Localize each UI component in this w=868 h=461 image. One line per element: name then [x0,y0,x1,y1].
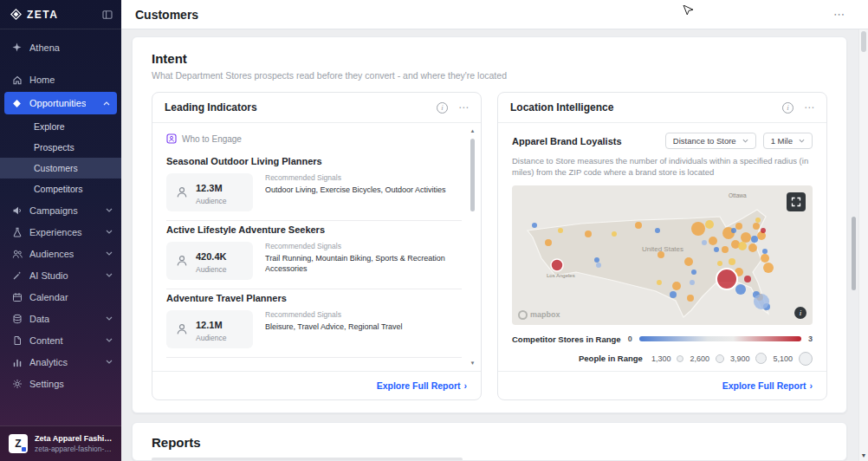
sidebar-item-experiences[interactable]: Experiences [0,221,121,243]
sidebar-item-label: Analytics [29,357,68,367]
workspace-logo: Z [9,434,28,453]
scrollbar-thumb[interactable] [470,139,475,211]
workspace-text: Zeta Apparel Fashion Re... zeta-apparel-… [35,434,113,453]
zeta-diamond-icon [10,9,22,20]
audience-stat: 420.4K Audience [166,242,253,280]
scroll-up-icon[interactable]: ▲ [469,128,476,133]
sidebar-item-opportunities[interactable]: Opportunities [4,92,117,114]
sidebar-item-data[interactable]: Data [0,308,121,329]
radius-dropdown[interactable]: 1 Mile [763,133,813,149]
zeta-logo-text: ZETA [27,9,58,21]
page-scrollbar-thumb[interactable] [861,31,866,52]
intent-section: Intent What Department Stores prospects … [132,36,847,413]
scroll-down-icon[interactable]: ▼ [469,360,476,366]
intent-subtitle: What Department Stores prospects read be… [152,70,827,81]
sidebar-item-settings[interactable]: Settings [0,373,121,394]
megaphone-icon [11,205,23,216]
sidebar-header: ZETA [0,0,121,29]
card-title: Leading Indicators [165,101,437,114]
chevron-down-icon [106,316,113,321]
page-header: Customers ⋯ [121,0,868,29]
us-map: United States Ottawa Los Angeles [512,185,813,325]
sidebar-subitem-label: Explore [34,121,65,132]
legend-gradient-bar [639,336,801,341]
sidebar-subitem-label: Competitors [34,184,83,194]
more-options-icon[interactable]: ⋯ [833,8,845,21]
panel-scrollbar-thumb[interactable] [852,217,856,290]
workspace-switcher[interactable]: Z Zeta Apparel Fashion Re... zeta-appare… [0,425,121,461]
audience-group: Adventure Travel Planners 12.1M Audience [166,289,462,358]
metric-dropdown[interactable]: Distance to Store [665,133,756,149]
sidebar-collapse-icon[interactable] [102,10,113,20]
map-city-label: Ottawa [729,192,747,198]
sidebar-item-content[interactable]: Content [0,329,121,351]
zeta-logo[interactable]: ZETA [10,9,102,21]
signals-text: Outdoor Living, Exercise Bicycles, Outdo… [265,185,446,195]
map-info-button[interactable]: i [794,307,806,319]
card-menu-icon[interactable]: ⋯ [804,101,814,114]
segment-label: Apparel Brand Loyalists [512,136,658,146]
scroll-down-icon[interactable]: ▼ [859,452,868,458]
card-scrollbar[interactable]: ▲ ▼ [469,128,476,366]
audience-group-name: Seasonal Outdoor Living Planners [166,156,462,166]
wand-icon [11,270,23,281]
leading-indicators-card: Leading Indicators i ⋯ Who to Engage Se [152,92,482,400]
sidebar-item-audiences[interactable]: Audiences [0,243,121,264]
expand-icon [791,197,801,207]
sidebar-item-competitors[interactable]: Competitors [0,179,121,199]
signals-label: Recommended Signals [265,173,446,182]
card-menu-icon[interactable]: ⋯ [458,101,469,114]
people-icon [11,249,23,259]
sidebar-item-customers[interactable]: Customers [0,158,121,179]
page-scrollbar[interactable]: ▼ [858,29,868,461]
sidebar-item-label: Settings [29,379,64,389]
person-icon [175,185,189,199]
sparkle-icon [11,42,23,52]
sidebar-nav: Athena Home Opportunities Explore Prospe… [0,29,121,425]
signals-block: Recommended Signals Trail Running, Mount… [265,242,462,274]
mapbox-attribution[interactable]: mapbox [518,310,560,320]
audience-group-name: Adventure Travel Planners [166,293,462,303]
sidebar-item-prospects[interactable]: Prospects [0,137,121,158]
explore-full-report-link[interactable]: Explore Full Report › [377,380,467,391]
people-value: 5,100 [773,354,793,363]
signals-block: Recommended Signals Outdoor Living, Exer… [265,173,446,195]
reports-section: Reports [132,422,847,461]
explore-full-report-link[interactable]: Explore Full Report › [722,380,813,391]
map[interactable]: United States Ottawa Los Angeles [512,185,813,325]
audience-group: Seasonal Outdoor Living Planners 12.3M A… [166,153,462,221]
legend-min: 0 [628,334,632,343]
map-fullscreen-button[interactable] [787,192,806,211]
chevron-down-icon [799,139,805,143]
sidebar-item-calendar[interactable]: Calendar [0,286,121,308]
sidebar-item-analytics[interactable]: Analytics [0,351,121,373]
who-to-engage-icon [166,133,177,144]
chevron-down-icon [106,208,113,212]
chevron-down-icon [106,251,113,256]
audience-group-name: Active Lifestyle Adventure Seekers [166,224,462,235]
info-icon[interactable]: i [782,102,794,114]
document-icon [11,335,23,346]
sidebar-item-athena[interactable]: Athena [0,36,121,58]
sidebar-item-campaigns[interactable]: Campaigns [0,199,121,221]
mapbox-label: mapbox [530,310,560,319]
clipped-text [152,458,463,461]
sidebar-item-explore[interactable]: Explore [0,116,121,137]
sidebar-item-label: Data [29,314,49,324]
chevron-down-icon [742,139,748,143]
stores-legend-label: Competitor Stores in Range [512,334,621,344]
bar-chart-icon [11,357,23,367]
sidebar-item-label: Opportunities [29,98,86,108]
content-area: Intent What Department Stores prospects … [121,29,868,461]
audience-stat: 12.3M Audience [166,173,253,211]
location-intelligence-footer: Explore Full Report › [498,371,826,399]
intent-cards: Leading Indicators i ⋯ Who to Engage Se [152,92,827,400]
sidebar-item-home[interactable]: Home [0,68,121,90]
info-icon[interactable]: i [437,102,448,114]
calendar-icon [11,292,23,302]
sidebar-item-label: Home [29,75,55,85]
people-size-dot [799,352,813,366]
signals-label: Recommended Signals [265,242,462,250]
stores-legend: Competitor Stores in Range 0 3 [512,334,813,344]
sidebar-item-ai-studio[interactable]: AI Studio [0,264,121,286]
